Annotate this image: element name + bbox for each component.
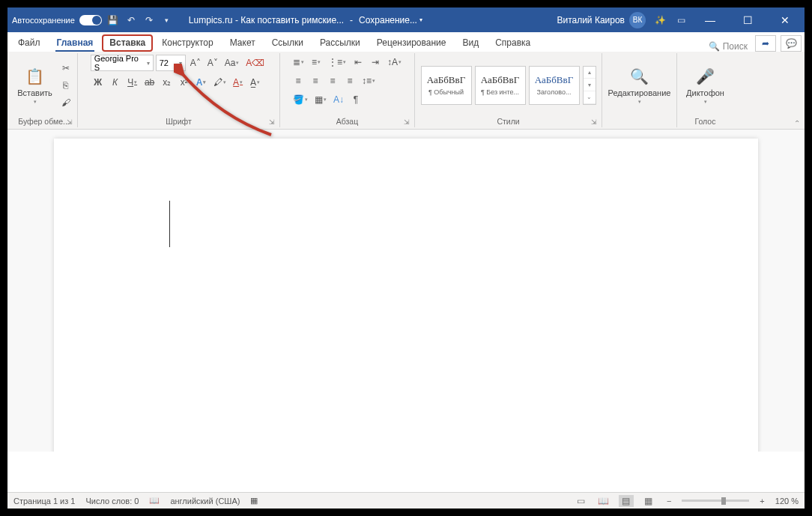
style-normal[interactable]: АаБбВвГ¶ Обычный <box>421 66 472 105</box>
zoom-level[interactable]: 120 % <box>775 497 799 506</box>
coming-soon-icon[interactable]: ✨ <box>653 13 667 27</box>
subscript-button[interactable]: x₂ <box>160 75 175 90</box>
save-icon[interactable]: 💾 <box>106 13 120 27</box>
share-button[interactable]: ➦ <box>755 35 776 52</box>
tab-layout[interactable]: Макет <box>222 34 263 52</box>
font-name-combo[interactable]: Georgia Pro S▾ <box>91 55 154 71</box>
search-box[interactable]: 🔍 Поиск <box>703 41 754 52</box>
zoom-slider[interactable] <box>682 500 749 502</box>
font-launcher[interactable]: ⇲ <box>269 118 275 126</box>
sort-button[interactable]: ↕A <box>385 55 404 70</box>
tab-home[interactable]: Главная <box>49 34 101 52</box>
shrink-font-button[interactable]: A˅ <box>205 55 220 70</box>
numbering-button[interactable]: ≡ <box>309 55 324 70</box>
shading-button[interactable]: 🪣 <box>291 92 310 107</box>
group-voice: 🎤 Диктофон ▾ Голос <box>677 53 733 127</box>
grow-font-button[interactable]: A˄ <box>188 55 203 70</box>
page-number[interactable]: Страница 1 из 1 <box>13 497 75 506</box>
superscript-button[interactable]: x² <box>177 75 192 90</box>
autosave-switch[interactable] <box>79 15 102 25</box>
user-account[interactable]: Виталий Каиров ВК <box>557 12 646 28</box>
language[interactable]: английский (США) <box>170 497 240 506</box>
tab-references[interactable]: Ссылки <box>264 34 311 52</box>
tab-view[interactable]: Вид <box>455 34 486 52</box>
autosave-toggle[interactable]: Автосохранение <box>12 15 102 25</box>
close-button[interactable]: ✕ <box>770 7 800 32</box>
bold-button[interactable]: Ж <box>91 75 106 90</box>
format-painter-icon[interactable]: 🖌 <box>58 95 73 110</box>
view-read-button[interactable]: 📖 <box>596 495 611 507</box>
view-focus-button[interactable]: ▭ <box>574 495 589 507</box>
collapse-ribbon-button[interactable]: ⌃ <box>794 119 800 127</box>
qat-dropdown-icon[interactable]: ▾ <box>160 13 174 27</box>
undo-icon[interactable]: ↶ <box>124 13 138 27</box>
search-icon: 🔍 <box>709 41 720 52</box>
styles-more[interactable]: ▴▾⌄ <box>583 66 596 105</box>
clear-format-button[interactable]: A⌫ <box>243 55 267 70</box>
dictate-button[interactable]: 🎤 Диктофон ▾ <box>683 64 727 106</box>
highlight-button[interactable]: 🖍 <box>211 75 228 90</box>
bullets-button[interactable]: ≣ <box>291 55 306 70</box>
style-nospace[interactable]: АаБбВвГ¶ Без инте... <box>475 66 526 105</box>
line-spacing-button[interactable]: ↕≡ <box>360 73 378 88</box>
tab-design[interactable]: Конструктор <box>154 34 220 52</box>
font-color-button[interactable]: A <box>231 75 246 90</box>
minimize-button[interactable]: — <box>695 7 725 32</box>
group-editing: 🔍 Редактирование ▾ <box>602 53 677 127</box>
document-page[interactable] <box>54 139 758 452</box>
tab-help[interactable]: Справка <box>488 34 538 52</box>
show-marks-button[interactable]: ¶ <box>348 92 363 107</box>
comments-button[interactable]: 💬 <box>781 35 802 52</box>
char-border-button[interactable]: A̲ <box>248 75 263 90</box>
view-web-button[interactable]: ▦ <box>641 495 656 507</box>
paste-button[interactable]: 📋 Вставить ▾ <box>14 64 55 106</box>
underline-button[interactable]: Ч <box>125 75 140 90</box>
paragraph-launcher[interactable]: ⇲ <box>404 118 410 126</box>
ribbon-display-icon[interactable]: ▭ <box>674 13 688 27</box>
maximize-button[interactable]: ☐ <box>733 7 763 32</box>
clipboard-launcher[interactable]: ⇲ <box>67 118 73 126</box>
tab-insert[interactable]: Вставка <box>102 34 153 52</box>
copy-icon[interactable]: ⎘ <box>58 78 73 93</box>
word-count[interactable]: Число слов: 0 <box>85 497 139 506</box>
view-print-button[interactable]: ▤ <box>619 495 634 507</box>
saving-status: Сохранение...▾ <box>359 15 422 25</box>
avatar: ВК <box>629 12 646 28</box>
indent-increase-button[interactable]: ⇥ <box>368 55 383 70</box>
group-clipboard: 📋 Вставить ▾ ✂ ⎘ 🖌 Буфер обме...⇲ <box>10 53 78 127</box>
italic-button[interactable]: К <box>108 75 123 90</box>
cut-icon[interactable]: ✂ <box>58 61 73 76</box>
group-styles: АаБбВвГ¶ Обычный АаБбВвГ¶ Без инте... Аа… <box>415 53 602 127</box>
align-center-button[interactable]: ≡ <box>308 73 323 88</box>
text-cursor <box>169 201 170 247</box>
ribbon-tabs: Файл Главная Вставка Конструктор Макет С… <box>7 32 805 52</box>
change-case-button[interactable]: Aa <box>222 55 242 70</box>
styles-launcher[interactable]: ⇲ <box>591 118 597 126</box>
sort-az-button[interactable]: A↓ <box>331 92 346 107</box>
align-right-button[interactable]: ≡ <box>325 73 340 88</box>
tab-file[interactable]: Файл <box>10 34 48 52</box>
font-size-combo[interactable]: 72▾ <box>156 55 186 71</box>
zoom-in-button[interactable]: + <box>757 497 767 506</box>
multilevel-button[interactable]: ⋮≡ <box>326 55 348 70</box>
document-title: Lumpics.ru - Как поставить римские... <box>189 15 344 25</box>
tab-mailings[interactable]: Рассылки <box>312 34 368 52</box>
text-effects-button[interactable]: A <box>194 75 209 90</box>
align-justify-button[interactable]: ≡ <box>342 73 357 88</box>
align-left-button[interactable]: ≡ <box>291 73 306 88</box>
strike-button[interactable]: ab <box>142 75 157 90</box>
ribbon: 📋 Вставить ▾ ✂ ⎘ 🖌 Буфер обме...⇲ Georgi… <box>7 52 805 130</box>
indent-decrease-button[interactable]: ⇤ <box>351 55 366 70</box>
editing-button[interactable]: 🔍 Редактирование ▾ <box>605 64 674 106</box>
editing-group-label <box>607 115 672 127</box>
statusbar: Страница 1 из 1 Число слов: 0 📖 английск… <box>7 492 805 509</box>
style-heading[interactable]: АаБбВвГЗаголово... <box>529 66 580 105</box>
dictate-label: Диктофон <box>686 88 724 97</box>
redo-icon[interactable]: ↷ <box>142 13 156 27</box>
borders-button[interactable]: ▦ <box>312 92 329 107</box>
workspace <box>7 130 805 452</box>
spellcheck-icon[interactable]: 📖 <box>149 496 160 506</box>
tab-review[interactable]: Рецензирование <box>369 34 454 52</box>
macro-icon[interactable]: ▦ <box>250 496 258 506</box>
zoom-out-button[interactable]: − <box>664 497 674 506</box>
